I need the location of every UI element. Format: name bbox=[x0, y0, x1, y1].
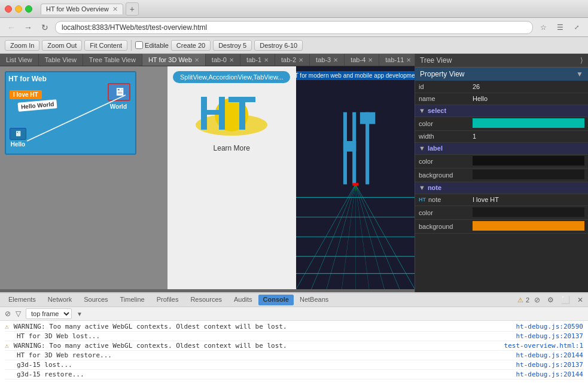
zoom-in-button[interactable]: Zoom In bbox=[5, 40, 39, 51]
section-toggle-label[interactable]: ▼ bbox=[419, 145, 425, 152]
fullscreen-icon[interactable]: ⤢ bbox=[570, 21, 583, 34]
table-row: color bbox=[415, 117, 588, 130]
preview-area: List View Table View Tree Table View HT … bbox=[0, 54, 415, 292]
clear-console-icon[interactable]: ⊘ bbox=[532, 295, 543, 305]
tab-ht-3d-close[interactable]: ✕ bbox=[194, 57, 199, 63]
menu-icon[interactable]: ☰ bbox=[553, 21, 566, 34]
log-text-1: WARNING: Too many active WebGL contexts.… bbox=[14, 323, 511, 330]
prop-id-name: id bbox=[415, 81, 469, 93]
minimize-button[interactable] bbox=[15, 5, 22, 13]
section-note: ▼note bbox=[415, 182, 588, 194]
hello-node: 🖥 Hello bbox=[10, 128, 26, 148]
tree-view-expand-icon: ⟩ bbox=[580, 56, 583, 65]
log-link-4[interactable]: ht-debug.js:20144 bbox=[516, 351, 583, 359]
devtools: Elements Network Sources Timeline Profil… bbox=[0, 292, 588, 389]
tab-sources[interactable]: Sources bbox=[78, 293, 114, 307]
log-link-3[interactable]: test-overview.html:1 bbox=[504, 342, 583, 350]
hello-label: Hello bbox=[11, 141, 25, 148]
new-tab-button[interactable]: + bbox=[126, 2, 139, 16]
urlbar: ← → ↻ ☆ ☰ ⤢ bbox=[0, 18, 588, 37]
tab-2[interactable]: tab-2 ✕ bbox=[275, 54, 310, 66]
svg-rect-27 bbox=[365, 112, 369, 185]
ht-badge: HT bbox=[419, 197, 426, 203]
destroy610-button[interactable]: Destroy 6-10 bbox=[254, 40, 303, 51]
prop-note-bg-value bbox=[469, 220, 588, 234]
tab-network[interactable]: Network bbox=[42, 293, 78, 307]
fit-content-button[interactable]: Fit Content bbox=[84, 40, 127, 51]
tab-resources[interactable]: Resources bbox=[184, 293, 228, 307]
browser-tab[interactable]: HT for Web Overview ✕ bbox=[41, 4, 123, 14]
section-toggle-note[interactable]: ▼ bbox=[419, 184, 425, 191]
section-label-label: ▼label bbox=[415, 142, 588, 154]
color-swatch-empty2 bbox=[473, 207, 584, 217]
table-row: color bbox=[415, 154, 588, 168]
tab-tree-table-view-label: Tree Table View bbox=[89, 56, 136, 63]
frame-selector[interactable]: top frame bbox=[26, 308, 72, 319]
tab-ht-3d[interactable]: HT for 3D Web ✕ bbox=[142, 54, 206, 66]
close-devtools-icon[interactable]: ✕ bbox=[575, 295, 586, 305]
log-text-4: HT for 3D Web restore... bbox=[17, 351, 511, 359]
section-label: ▼label bbox=[415, 142, 588, 154]
log-link-6[interactable]: ht-debug.js:20144 bbox=[516, 370, 583, 378]
back-button[interactable]: ← bbox=[5, 21, 18, 34]
log-link-5[interactable]: ht-debug.js:20137 bbox=[516, 361, 583, 369]
tab-profiles[interactable]: Profiles bbox=[151, 293, 185, 307]
tab-timeline[interactable]: Timeline bbox=[114, 293, 151, 307]
no-entry-icon[interactable]: ⊘ bbox=[5, 310, 11, 318]
color-swatch-teal bbox=[473, 118, 584, 128]
browser-tab-close[interactable]: ✕ bbox=[112, 5, 118, 13]
tab-1-label: tab-1 bbox=[246, 56, 261, 63]
tab-table-view[interactable]: Table View bbox=[39, 54, 83, 66]
property-table: id 26 name Hello ▼select color width 1 bbox=[415, 81, 588, 234]
tab-console[interactable]: Console bbox=[258, 295, 294, 305]
tab-11[interactable]: tab-11 ✕ bbox=[379, 54, 415, 66]
filter-icon[interactable]: ⚙ bbox=[545, 295, 556, 305]
tab-1[interactable]: tab-1 ✕ bbox=[240, 54, 275, 66]
tab-11-label: tab-11 bbox=[385, 56, 404, 63]
prop-name-value: Hello bbox=[469, 93, 588, 105]
tab-0[interactable]: tab-0 ✕ bbox=[206, 54, 240, 66]
section-toggle-select[interactable]: ▼ bbox=[419, 107, 425, 114]
tab-2-close[interactable]: ✕ bbox=[298, 57, 303, 63]
tab-table-view-label: Table View bbox=[45, 56, 77, 63]
property-view-collapse-icon: ▼ bbox=[576, 70, 583, 78]
prop-label-bg-name: background bbox=[415, 168, 469, 182]
maximize-button[interactable] bbox=[25, 5, 32, 13]
tab-tree-table-view[interactable]: Tree Table View bbox=[83, 54, 142, 66]
forward-button[interactable]: → bbox=[22, 21, 35, 34]
tab-0-label: tab-0 bbox=[212, 56, 227, 63]
log-entry-4: HT for 3D Web restore... ht-debug.js:201… bbox=[5, 351, 583, 360]
destroy5-button[interactable]: Destroy 5 bbox=[213, 40, 252, 51]
color-swatch-orange bbox=[473, 221, 584, 231]
tab-netbeans[interactable]: NetBeans bbox=[294, 293, 334, 307]
zoom-out-button[interactable]: Zoom Out bbox=[42, 40, 82, 51]
tab-elements[interactable]: Elements bbox=[2, 293, 42, 307]
devtools-toolbar: ⊘ ▽ top frame ▼ bbox=[0, 307, 588, 321]
url-input[interactable] bbox=[55, 21, 533, 34]
log-link-2[interactable]: ht-debug.js:20137 bbox=[516, 332, 583, 340]
refresh-button[interactable]: ↻ bbox=[38, 21, 51, 34]
prop-id-value: 26 bbox=[469, 81, 588, 93]
tab-11-close[interactable]: ✕ bbox=[406, 57, 411, 63]
tab-3-close[interactable]: ✕ bbox=[333, 57, 338, 63]
log-link-1[interactable]: ht-debug.js:20590 bbox=[516, 323, 583, 330]
tab-0-close[interactable]: ✕ bbox=[229, 57, 234, 63]
tab-audits[interactable]: Audits bbox=[228, 293, 258, 307]
frame-dropdown-arrow[interactable]: ▼ bbox=[77, 311, 83, 317]
tab-3[interactable]: tab-3 ✕ bbox=[310, 54, 345, 66]
devtools-content: ⚠ WARNING: Too many active WebGL context… bbox=[0, 321, 588, 389]
dock-icon[interactable]: ⬜ bbox=[559, 295, 572, 305]
split-view-button[interactable]: SplitView,AccordionView,TabView... bbox=[173, 71, 290, 83]
close-button[interactable] bbox=[5, 5, 12, 13]
devtools-tabs: Elements Network Sources Timeline Profil… bbox=[0, 293, 588, 307]
create-button[interactable]: Create 20 bbox=[171, 40, 211, 51]
property-view-title: Property View bbox=[420, 70, 464, 78]
tab-4[interactable]: tab-4 ✕ bbox=[345, 54, 379, 66]
tab-1-close[interactable]: ✕ bbox=[264, 57, 269, 63]
tab-list-view[interactable]: List View bbox=[0, 54, 39, 66]
filter-funnel-icon[interactable]: ▽ bbox=[16, 310, 21, 318]
editable-checkbox[interactable] bbox=[135, 41, 143, 49]
main-container: List View Table View Tree Table View HT … bbox=[0, 54, 588, 292]
bookmark-icon[interactable]: ☆ bbox=[537, 21, 550, 34]
tab-4-close[interactable]: ✕ bbox=[368, 57, 373, 63]
